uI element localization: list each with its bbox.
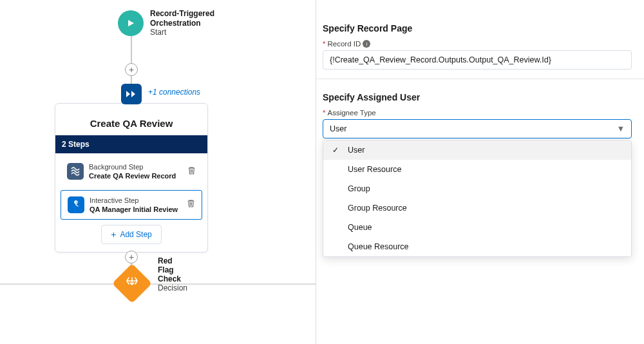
assignee-type-label-text: Assignee Type bbox=[327, 109, 375, 117]
start-node-label: Record-Triggered Orchestration Start bbox=[150, 9, 214, 37]
step-text: Background Step Create QA Review Record bbox=[89, 162, 182, 181]
delete-step-button[interactable] bbox=[187, 166, 196, 177]
dropdown-option[interactable]: User Resource bbox=[323, 160, 631, 179]
dropdown-option[interactable]: Queue Resource bbox=[323, 237, 631, 256]
add-element-button-top[interactable]: + bbox=[125, 63, 138, 76]
decision-icon bbox=[112, 263, 152, 303]
dropdown-option-label: User bbox=[348, 146, 365, 155]
orchestration-stage-icon bbox=[121, 84, 142, 104]
delete-step-button[interactable] bbox=[187, 199, 195, 210]
decision-subtitle: Decision bbox=[158, 283, 187, 292]
stage-steps-count: 2 Steps bbox=[55, 135, 207, 153]
interactive-step-icon bbox=[68, 196, 84, 213]
assignee-type-dropdown[interactable]: ✓UserUser ResourceGroupGroup ResourceQue… bbox=[323, 140, 632, 257]
connections-link[interactable]: +1 connections bbox=[148, 88, 200, 97]
step-name: QA Manager Initial Review bbox=[90, 205, 182, 214]
assigned-user-heading: Specify Assigned User bbox=[323, 92, 644, 102]
step-row-interactive[interactable]: Interactive Step QA Manager Initial Revi… bbox=[61, 190, 202, 220]
add-step-button[interactable]: + Add Step bbox=[101, 225, 162, 244]
dropdown-option-label: User Resource bbox=[348, 165, 401, 174]
record-id-label-text: Record ID bbox=[327, 40, 361, 48]
record-page-heading: Specify Record Page bbox=[323, 23, 644, 33]
plus-icon: + bbox=[111, 229, 116, 240]
stage-card[interactable]: Create QA Review 2 Steps Background Step… bbox=[55, 103, 208, 253]
decision-node[interactable]: Red Flag Check Decision bbox=[118, 269, 146, 298]
assignee-type-value: User bbox=[330, 124, 346, 133]
decision-label: Red Flag Check Decision bbox=[158, 256, 187, 292]
dropdown-option[interactable]: ✓User bbox=[323, 140, 631, 160]
step-type-label: Background Step bbox=[89, 162, 182, 171]
start-node[interactable]: Record-Triggered Orchestration Start bbox=[118, 9, 214, 37]
info-icon[interactable]: i bbox=[363, 40, 370, 48]
panel-divider bbox=[316, 79, 644, 79]
dropdown-option-label: Group Resource bbox=[348, 204, 407, 213]
add-step-label: Add Step bbox=[120, 230, 151, 239]
add-element-button-bottom[interactable]: + bbox=[125, 251, 138, 263]
step-name: Create QA Review Record bbox=[89, 171, 182, 180]
background-step-icon bbox=[67, 163, 84, 180]
record-id-value: {!Create_QA_Review_Record.Outputs.Output… bbox=[330, 55, 551, 64]
start-node-subtitle: Start bbox=[150, 28, 214, 37]
dropdown-option[interactable]: Group bbox=[323, 179, 631, 198]
step-text: Interactive Step QA Manager Initial Revi… bbox=[90, 196, 182, 215]
chevron-down-icon: ▼ bbox=[617, 124, 625, 133]
stage-title: Create QA Review bbox=[55, 104, 207, 135]
orchestration-canvas[interactable]: Record-Triggered Orchestration Start + +… bbox=[0, 0, 316, 344]
check-icon: ✓ bbox=[332, 146, 341, 155]
record-id-label: * Record ID i bbox=[323, 40, 644, 48]
dropdown-option[interactable]: Queue bbox=[323, 218, 631, 237]
properties-panel: Specify Record Page * Record ID i {!Crea… bbox=[316, 0, 644, 344]
dropdown-option-label: Queue Resource bbox=[348, 242, 409, 251]
decision-title: Red Flag Check bbox=[158, 256, 187, 283]
assignee-type-select[interactable]: User ▼ bbox=[323, 119, 632, 139]
required-indicator: * bbox=[323, 40, 325, 48]
start-node-title: Record-Triggered Orchestration bbox=[150, 9, 214, 28]
start-node-icon bbox=[118, 10, 144, 36]
dropdown-option[interactable]: Group Resource bbox=[323, 198, 631, 218]
step-row-background[interactable]: Background Step Create QA Review Record bbox=[61, 157, 202, 186]
connector-start-to-plus bbox=[131, 35, 132, 64]
step-type-label: Interactive Step bbox=[90, 196, 182, 205]
dropdown-option-label: Group bbox=[348, 184, 370, 193]
dropdown-option-label: Queue bbox=[348, 223, 372, 232]
assignee-type-label: * Assignee Type bbox=[323, 109, 644, 117]
record-id-input[interactable]: {!Create_QA_Review_Record.Outputs.Output… bbox=[323, 50, 632, 70]
required-indicator: * bbox=[323, 109, 325, 117]
